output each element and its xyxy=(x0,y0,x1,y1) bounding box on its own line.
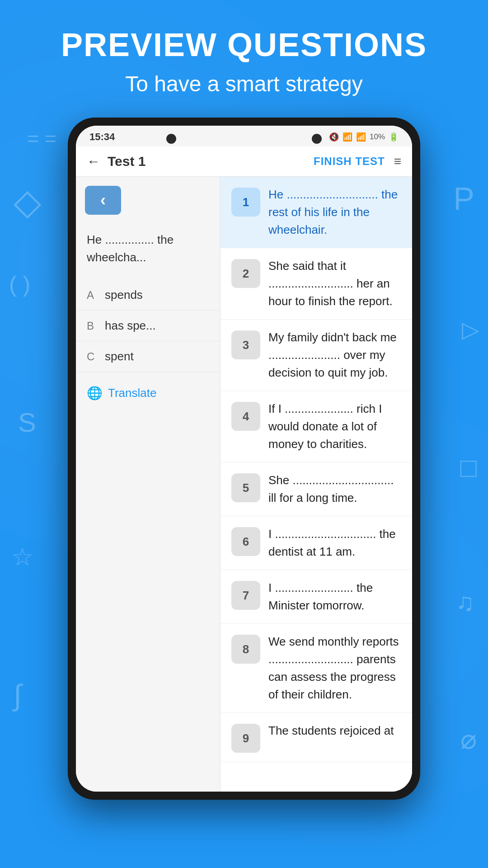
main-content: ‹ He ............... the wheelcha... A s… xyxy=(76,177,412,792)
question-text-1: He ............................ the rest… xyxy=(268,186,401,239)
battery-icon: 🔋 xyxy=(389,132,399,142)
question-text-8: We send monthly reports ................… xyxy=(268,633,401,703)
answer-options: A spends B has spe... C spent xyxy=(76,275,220,377)
option-c-letter: C xyxy=(87,350,98,363)
question-text-5: She ............................... ill … xyxy=(268,472,401,507)
question-preview-content: He ............... the wheelcha... xyxy=(87,233,174,264)
doodle-2: ( ) xyxy=(9,271,30,297)
option-a-letter: A xyxy=(87,289,98,302)
back-button[interactable]: ← xyxy=(87,154,100,169)
wifi-icon: 📶 xyxy=(343,132,352,142)
question-number-2: 2 xyxy=(231,259,260,288)
question-preview-text: He ............... the wheelcha... xyxy=(76,222,220,275)
questions-list[interactable]: 1 He ............................ the re… xyxy=(221,177,412,792)
question-item-5[interactable]: 5 She ............................... il… xyxy=(221,462,412,516)
question-item-9[interactable]: 9 The students rejoiced at xyxy=(221,713,412,762)
option-a[interactable]: A spends xyxy=(76,280,220,311)
top-nav-bar: ← Test 1 FINISH TEST ≡ xyxy=(76,146,412,177)
question-number-5: 5 xyxy=(231,473,260,502)
question-item-4[interactable]: 4 If I ..................... rich I woul… xyxy=(221,391,412,462)
doodle-10: ⌀ xyxy=(460,723,477,755)
camera-left xyxy=(166,134,176,144)
phone-mockup: 15:34 🔇 📶 📶 10% 🔋 ← Test 1 FINISH TEST xyxy=(68,118,420,800)
translate-icon: 🌐 xyxy=(87,386,103,401)
question-item-1[interactable]: 1 He ............................ the re… xyxy=(221,177,412,248)
translate-label: Translate xyxy=(108,386,156,400)
phone-outer: 15:34 🔇 📶 📶 10% 🔋 ← Test 1 FINISH TEST xyxy=(68,118,420,800)
question-item-3[interactable]: 3 My family didn't back me .............… xyxy=(221,320,412,391)
doodle-11: = = xyxy=(27,127,56,150)
question-text-9: The students rejoiced at xyxy=(268,722,401,740)
question-item-7[interactable]: 7 I ........................ the Ministe… xyxy=(221,570,412,624)
left-panel: ‹ He ............... the wheelcha... A s… xyxy=(76,177,221,792)
option-c[interactable]: C spent xyxy=(76,341,220,372)
question-number-1: 1 xyxy=(231,188,260,217)
doodle-4: ☆ xyxy=(11,542,33,571)
doodle-7: ▷ xyxy=(462,316,479,343)
question-number-7: 7 xyxy=(231,581,260,610)
question-number-3: 3 xyxy=(231,330,260,359)
doodle-8: □ xyxy=(460,452,477,483)
status-time: 15:34 xyxy=(89,131,115,143)
question-text-4: If I ..................... rich I would … xyxy=(268,400,401,453)
signal-icon: 📶 xyxy=(356,132,366,142)
option-b-letter: B xyxy=(87,320,98,332)
question-number-4: 4 xyxy=(231,402,260,431)
mute-icon: 🔇 xyxy=(329,132,339,142)
battery-level: 10% xyxy=(370,132,385,142)
option-b-text: has spe... xyxy=(105,319,156,333)
doodle-3: S xyxy=(18,407,36,438)
status-bar: 15:34 🔇 📶 📶 10% 🔋 xyxy=(76,126,412,146)
question-item-6[interactable]: 6 I ............................... the … xyxy=(221,516,412,570)
chevron-left-icon: ‹ xyxy=(100,191,106,210)
doodle-5: ∫ xyxy=(14,678,22,712)
top-bar-left: ← Test 1 xyxy=(87,154,145,169)
question-text-3: My family didn't back me ...............… xyxy=(268,329,401,382)
status-icons: 🔇 📶 📶 10% 🔋 xyxy=(329,132,399,142)
question-item-8[interactable]: 8 We send monthly reports ..............… xyxy=(221,624,412,713)
option-b[interactable]: B has spe... xyxy=(76,311,220,341)
menu-icon[interactable]: ≡ xyxy=(394,154,401,169)
panel-back-button[interactable]: ‹ xyxy=(85,186,121,215)
question-text-2: She said that it .......................… xyxy=(268,257,401,310)
doodle-9: ♫ xyxy=(456,588,474,617)
header-title: PREVIEW QUESTIONS xyxy=(0,27,488,63)
camera-right xyxy=(312,134,322,144)
question-item-2[interactable]: 2 She said that it .....................… xyxy=(221,248,412,320)
doodle-6: P xyxy=(453,181,474,217)
header-section: PREVIEW QUESTIONS To have a smart strate… xyxy=(0,0,488,99)
doodle-1: ◇ xyxy=(14,181,42,223)
test-title: Test 1 xyxy=(108,154,145,169)
question-text-6: I ............................... the de… xyxy=(268,525,401,561)
finish-test-button[interactable]: FINISH TEST xyxy=(314,155,385,168)
question-number-9: 9 xyxy=(231,724,260,753)
top-bar-right: FINISH TEST ≡ xyxy=(314,154,401,169)
phone-inner: 15:34 🔇 📶 📶 10% 🔋 ← Test 1 FINISH TEST xyxy=(76,126,412,792)
question-number-6: 6 xyxy=(231,527,260,556)
translate-button[interactable]: 🌐 Translate xyxy=(76,377,220,410)
option-c-text: spent xyxy=(105,349,134,363)
header-subtitle: To have a smart strategy xyxy=(0,70,488,98)
question-number-8: 8 xyxy=(231,635,260,664)
question-text-7: I ........................ the Minister … xyxy=(268,579,401,614)
option-a-text: spends xyxy=(105,288,143,302)
